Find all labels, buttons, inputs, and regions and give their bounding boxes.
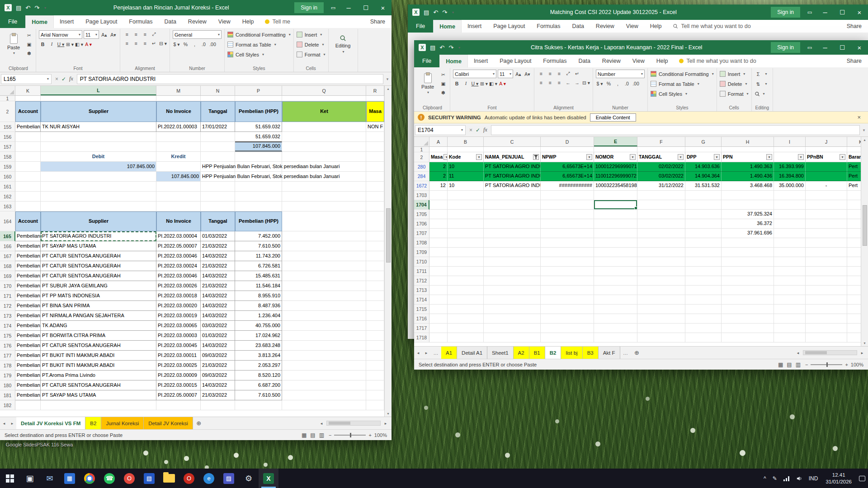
formula-bar-expand-icon[interactable]: ▾ [383, 77, 392, 81]
cell-K171[interactable]: Pembelian [15, 291, 41, 301]
cell-G1[interactable] [685, 147, 722, 152]
cell-N181[interactable]: 21/03/2022 [201, 390, 235, 400]
cell-A1705[interactable] [429, 210, 448, 219]
cell-J2[interactable]: PPnBN▾ [806, 152, 847, 162]
cell-J1708[interactable] [806, 238, 847, 248]
sheet-nav-left-icon[interactable]: ◂ [414, 347, 422, 359]
filter-button[interactable] [533, 154, 539, 160]
cell-B1710[interactable] [448, 257, 484, 267]
cell-K169[interactable]: Pembelian [15, 271, 41, 281]
cell-I1712[interactable] [774, 276, 806, 286]
cell-N176[interactable]: 14/03/2022 [201, 341, 235, 351]
align-bottom-icon[interactable]: ≡ [141, 30, 149, 38]
ribbon-tab-help[interactable]: Help [644, 20, 668, 33]
cell-N180[interactable]: 14/03/2022 [201, 380, 235, 390]
sort-filter-button[interactable]: ⇅▾ [755, 80, 770, 88]
increase-decimal-icon[interactable]: .0 [623, 80, 631, 87]
cell-M168[interactable]: PI.2022.03.00024 [156, 261, 201, 271]
cell-E1709[interactable] [594, 248, 637, 257]
ribbon-tab-insert[interactable]: Insert [462, 20, 487, 33]
cell-R176[interactable] [366, 341, 384, 351]
sheet-more-left-icon[interactable]: … [430, 347, 441, 359]
cell-M166[interactable]: PI.2022.05.00007 [156, 241, 201, 251]
cell-G1710[interactable] [685, 257, 722, 267]
cell-M160[interactable]: 107.845.000 [156, 172, 201, 182]
cell-F1706[interactable] [637, 219, 685, 229]
cell-A1715[interactable] [429, 305, 448, 314]
cell-E1672[interactable]: 100032235458198 [594, 181, 637, 191]
row-header-174[interactable]: 174 [0, 321, 15, 331]
cell-N163[interactable] [201, 202, 235, 211]
align-bottom-icon[interactable]: ≡ [555, 70, 563, 77]
cell-R159[interactable] [366, 162, 384, 172]
ribbon-tab-formulas[interactable]: Formulas [531, 20, 566, 33]
horizontal-scrollbar[interactable]: ◂ ▸ [792, 347, 868, 359]
cell-P171[interactable]: 8.955.910 [235, 291, 282, 301]
row-header-157[interactable]: 157 [0, 142, 15, 152]
column-header-N[interactable]: N [201, 86, 235, 95]
cell-P163[interactable] [235, 202, 282, 211]
cell-B1[interactable] [448, 147, 484, 152]
format-painter-icon[interactable]: ✽ [439, 89, 447, 96]
cell-D1716[interactable] [541, 314, 594, 324]
ribbon-tab-page-layout[interactable]: Page Layout [494, 55, 537, 67]
network-icon[interactable] [780, 469, 793, 488]
zoom-slider[interactable] [811, 364, 842, 365]
vertical-scrollbar[interactable]: ▴▾ [384, 86, 392, 417]
cell-E1705[interactable] [594, 210, 637, 219]
bold-button[interactable]: B [453, 80, 461, 87]
taskbar-icon-edge[interactable]: e [199, 469, 219, 488]
cell-N170[interactable]: 21/03/2022 [201, 281, 235, 291]
cell-K167[interactable]: Pembelian [15, 251, 41, 261]
merge-center-icon[interactable]: ⊟ ▾ [582, 79, 590, 86]
cell-G1672[interactable]: 31.531.532 [685, 181, 722, 191]
ribbon-tab-help[interactable]: Help [651, 55, 674, 67]
minimize-button[interactable]: ─ [340, 0, 357, 15]
cell-C1672[interactable]: PT SATORIA AGRO INDUS [484, 181, 541, 191]
taskbar-icon-photos[interactable]: ▧ [139, 469, 159, 488]
cell-A284[interactable]: 2 [429, 172, 448, 181]
page-break-view-icon[interactable]: ▥ [319, 432, 324, 438]
cell-Q172[interactable] [282, 301, 366, 311]
cell-G1714[interactable] [685, 295, 722, 305]
cell-N177[interactable]: 09/03/2022 [201, 351, 235, 361]
cell-G1704[interactable] [685, 200, 722, 210]
cell-M172[interactable]: PI.2022.03.00020 [156, 301, 201, 311]
cell-H1703[interactable] [722, 191, 774, 200]
cell-G1703[interactable] [685, 191, 722, 200]
cell-C1715[interactable] [484, 305, 541, 314]
taskbar-icon-mail[interactable]: ✉ [40, 469, 60, 488]
cell-A1713[interactable] [429, 286, 448, 295]
cell-G1707[interactable] [685, 229, 722, 238]
cell-H1706[interactable]: 36.372 [722, 219, 774, 229]
column-header-Q[interactable]: Q [282, 86, 366, 95]
cell-I1711[interactable] [774, 267, 806, 276]
align-left-icon[interactable]: ≡ [537, 79, 545, 86]
cell-A1706[interactable] [429, 219, 448, 229]
autosum-button[interactable]: Σ▾ [755, 70, 770, 78]
cell-B1709[interactable] [448, 248, 484, 257]
taskbar-icon-excel[interactable]: X [259, 469, 278, 488]
page-break-view-icon[interactable]: ▥ [796, 361, 801, 368]
cell-R179[interactable] [366, 371, 384, 380]
decrease-decimal-icon[interactable]: .00 [632, 80, 640, 87]
merge-center-icon[interactable]: ⊟ ▾ [159, 39, 167, 47]
cell-E1718[interactable] [594, 333, 637, 343]
ribbon-tab-view[interactable]: View [627, 55, 651, 67]
fill-color-icon[interactable]: ◧ ▾ [75, 40, 83, 48]
cell-R181[interactable] [366, 390, 384, 400]
row-header-166[interactable]: 166 [0, 241, 15, 251]
cell-C1716[interactable] [484, 314, 541, 324]
cell-H1708[interactable] [722, 238, 774, 248]
row-header-160[interactable]: 160 [0, 172, 15, 182]
delete-cells-button[interactable]: Delete▾ [297, 40, 326, 49]
cell-G1712[interactable] [685, 276, 722, 286]
ribbon-tab-view[interactable]: View [620, 20, 644, 33]
row-header-167[interactable]: 167 [0, 251, 15, 261]
copy-icon[interactable]: ▣ [439, 80, 447, 87]
align-center-icon[interactable]: ≡ [132, 39, 140, 47]
cell-R2[interactable]: Masa [366, 101, 384, 122]
formula-bar-expand-icon[interactable]: ▾ [860, 128, 868, 132]
ribbon-display-options-icon[interactable]: ▭ [803, 45, 816, 51]
cell-K168[interactable]: Pembelian [15, 261, 41, 271]
